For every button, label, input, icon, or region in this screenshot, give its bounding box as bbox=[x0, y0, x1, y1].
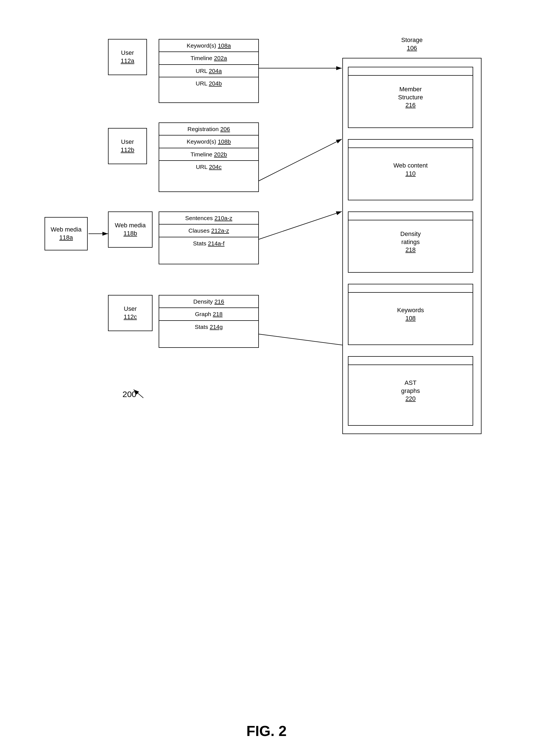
figure-number: 200 bbox=[123, 390, 136, 399]
user-112c-label: User bbox=[124, 305, 137, 313]
user-112c-list: Density 216 Graph 218 Stats 214g bbox=[159, 295, 259, 348]
web-media-118b-label: Web media bbox=[115, 222, 146, 230]
ast-graphs-label: ASTgraphs bbox=[401, 379, 420, 395]
list-item-registration-206: Registration 206 bbox=[159, 123, 258, 136]
web-media-118b-list: Sentences 210a-z Clauses 212a-z Stats 21… bbox=[159, 211, 259, 264]
list-item-keywords-108a: Keyword(s) 108a bbox=[159, 40, 258, 52]
user-112a-label: User bbox=[121, 49, 134, 57]
web-content-box: Web content 110 bbox=[348, 139, 473, 200]
svg-line-2 bbox=[259, 139, 342, 181]
list-item-clauses-212: Clauses 212a-z bbox=[159, 225, 258, 237]
user-112a-list: Keyword(s) 108a Timeline 202a URL 204a U… bbox=[159, 39, 259, 103]
diagram: Web media 118a User 112a Keyword(s) 108a… bbox=[39, 17, 490, 685]
user-112b-label: User bbox=[121, 138, 134, 146]
list-item-graph-218: Graph 218 bbox=[159, 308, 258, 320]
user-112a-box: User 112a bbox=[108, 39, 147, 75]
web-content-label: Web content bbox=[393, 162, 428, 170]
list-item-url-204a: URL 204a bbox=[159, 65, 258, 77]
web-media-118b-box: Web media 118b bbox=[108, 211, 153, 248]
density-ratings-ref: 218 bbox=[406, 246, 416, 254]
user-112c-box: User 112c bbox=[108, 295, 153, 331]
figure-caption: FIG. 2 bbox=[246, 723, 286, 739]
user-112a-ref: 112a bbox=[121, 57, 134, 65]
storage-label: Storage bbox=[401, 36, 423, 44]
list-item-timeline-202b: Timeline 202b bbox=[159, 148, 258, 161]
keywords-ref: 108 bbox=[406, 314, 416, 322]
density-ratings-label: Densityratings bbox=[400, 230, 421, 246]
web-media-118a-box: Web media 118a bbox=[44, 217, 88, 251]
list-item-stats-214g: Stats 214g bbox=[159, 321, 258, 333]
keywords-box: Keywords 108 bbox=[348, 284, 473, 345]
list-item-keywords-108b: Keyword(s) 108b bbox=[159, 136, 258, 148]
member-structure-box: MemberStructure 216 bbox=[348, 67, 473, 128]
ast-graphs-ref: 220 bbox=[406, 395, 416, 403]
density-ratings-box: Densityratings 218 bbox=[348, 211, 473, 273]
member-structure-label: MemberStructure bbox=[398, 85, 423, 101]
web-media-118b-ref: 118b bbox=[124, 230, 137, 238]
list-item-density-216: Density 216 bbox=[159, 295, 258, 308]
user-112b-box: User 112b bbox=[108, 128, 147, 164]
user-112b-list: Registration 206 Keyword(s) 108b Timelin… bbox=[159, 122, 259, 192]
user-112c-ref: 112c bbox=[124, 313, 137, 321]
storage-ref: 106 bbox=[407, 44, 417, 52]
member-structure-ref: 216 bbox=[406, 101, 416, 109]
web-media-118a-label: Web media bbox=[51, 226, 82, 234]
list-item-url-204c: URL 204c bbox=[159, 161, 258, 173]
storage-106-box: Storage 106 bbox=[342, 31, 482, 58]
keywords-label: Keywords bbox=[397, 306, 424, 314]
svg-line-4 bbox=[259, 211, 342, 239]
web-content-ref: 110 bbox=[406, 170, 416, 178]
list-item-url-204b: URL 204b bbox=[159, 77, 258, 89]
user-112b-ref: 112b bbox=[121, 146, 134, 154]
list-item-stats-214af: Stats 214a-f bbox=[159, 237, 258, 249]
ast-graphs-box: ASTgraphs 220 bbox=[348, 356, 473, 426]
web-media-118a-ref: 118a bbox=[59, 234, 73, 242]
list-item-timeline-202a: Timeline 202a bbox=[159, 52, 258, 65]
list-item-sentences-210: Sentences 210a-z bbox=[159, 212, 258, 225]
